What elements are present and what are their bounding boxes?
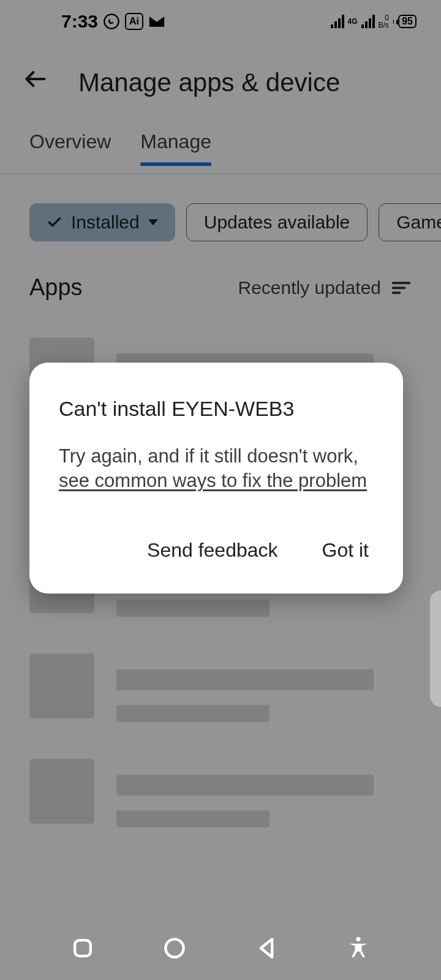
svg-point-5 xyxy=(165,939,183,957)
dialog-actions: Send feedback Got it xyxy=(59,529,374,571)
error-dialog: Can't install EYEN-WEB3 Try again, and i… xyxy=(29,363,403,594)
back-nav-button[interactable] xyxy=(253,935,280,964)
send-feedback-button[interactable]: Send feedback xyxy=(142,529,283,571)
home-button[interactable] xyxy=(161,935,188,964)
system-nav-bar xyxy=(0,919,441,980)
svg-rect-4 xyxy=(75,940,91,956)
dialog-body-text: Try again, and if it still doesn't work, xyxy=(59,445,358,467)
scroll-handle[interactable] xyxy=(430,590,441,707)
dialog-help-link[interactable]: see common ways to fix the problem xyxy=(59,470,367,491)
accessibility-button[interactable] xyxy=(345,935,372,964)
got-it-button[interactable]: Got it xyxy=(317,529,374,571)
dialog-title: Can't install EYEN-WEB3 xyxy=(59,397,374,421)
dialog-body: Try again, and if it still doesn't work,… xyxy=(59,444,374,494)
recent-apps-button[interactable] xyxy=(69,935,96,964)
svg-point-6 xyxy=(356,937,360,941)
